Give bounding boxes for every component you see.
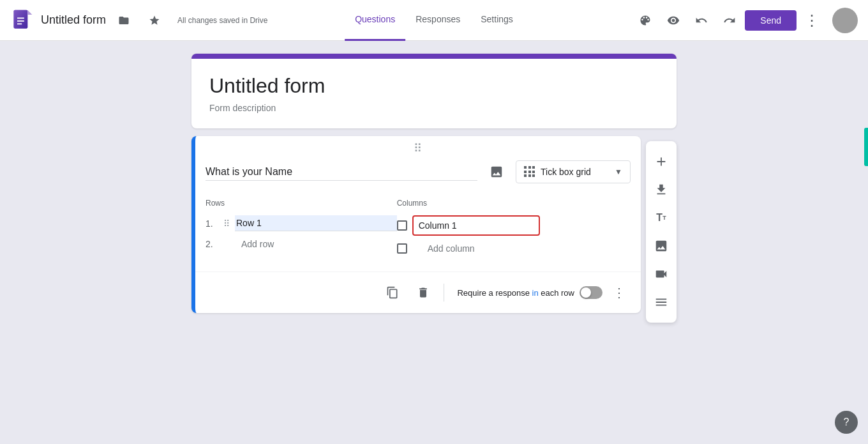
col-1-item bbox=[397, 215, 631, 236]
saved-status: All changes saved in Drive bbox=[177, 16, 267, 25]
import-questions-button[interactable] bbox=[648, 177, 674, 203]
row-2-number: 2. bbox=[206, 239, 218, 249]
question-type-label: Tick box grid bbox=[541, 167, 610, 177]
row-1-number: 1. bbox=[206, 218, 218, 229]
question-more-button[interactable]: ⋮ bbox=[608, 281, 631, 304]
question-card-wrapper: ⠿ Tick box grid ▼ bbox=[191, 136, 677, 323]
add-image-to-question-button[interactable] bbox=[485, 160, 508, 183]
svg-rect-3 bbox=[14, 10, 28, 28]
duplicate-button[interactable] bbox=[380, 280, 405, 305]
col-2-checkbox bbox=[397, 243, 407, 254]
undo-button[interactable] bbox=[689, 8, 714, 33]
question-card: ⠿ Tick box grid ▼ bbox=[191, 136, 641, 313]
redo-button[interactable] bbox=[717, 8, 742, 33]
topbar-left: Untitled form All changes saved in Drive bbox=[10, 8, 632, 33]
preview-button[interactable] bbox=[661, 8, 686, 33]
rows-cols-section: Rows 1. ⠿ 2. Add row Columns bbox=[195, 194, 641, 272]
question-footer: Require a response in each row ⋮ bbox=[195, 272, 641, 313]
question-top: Tick box grid ▼ bbox=[195, 158, 641, 194]
topbar-right: Send ⋮ bbox=[632, 8, 858, 33]
svg-marker-2 bbox=[27, 10, 32, 14]
tab-questions[interactable]: Questions bbox=[345, 0, 405, 41]
cols-label: Columns bbox=[397, 199, 631, 208]
question-input[interactable] bbox=[206, 164, 477, 181]
form-title: Untitled form bbox=[41, 13, 106, 27]
require-response-toggle[interactable] bbox=[580, 286, 602, 299]
col-1-input[interactable] bbox=[412, 215, 540, 236]
row-2-item: 2. Add row bbox=[206, 239, 397, 249]
topbar: Untitled form All changes saved in Drive… bbox=[0, 0, 868, 41]
add-image-button[interactable] bbox=[648, 233, 674, 259]
tab-responses[interactable]: Responses bbox=[405, 0, 470, 41]
drag-handle[interactable]: ⠿ bbox=[195, 136, 641, 158]
folder-button[interactable] bbox=[111, 8, 137, 33]
main-content: Untitled form Form description ⠿ bbox=[0, 41, 868, 444]
help-button[interactable]: ? bbox=[835, 411, 858, 434]
rows-section: Rows 1. ⠿ 2. Add row bbox=[206, 199, 397, 261]
row-1-input[interactable] bbox=[235, 215, 397, 231]
form-container: Untitled form Form description ⠿ bbox=[191, 54, 677, 323]
col-2-item: Add column bbox=[397, 243, 631, 254]
more-options-button[interactable]: ⋮ bbox=[799, 8, 825, 33]
require-response-label: Require a response in each row bbox=[457, 288, 574, 298]
dropdown-arrow-icon: ▼ bbox=[615, 167, 622, 176]
send-button[interactable]: Send bbox=[745, 10, 797, 31]
require-label-post: each row bbox=[539, 288, 574, 298]
palette-button[interactable] bbox=[632, 8, 658, 33]
require-label-in: in bbox=[532, 288, 539, 298]
row-drag-handle[interactable]: ⠿ bbox=[223, 218, 230, 229]
add-video-button[interactable] bbox=[648, 261, 674, 287]
form-title-display: Untitled form bbox=[209, 74, 659, 98]
cols-section: Columns Add column bbox=[397, 199, 631, 261]
tab-settings[interactable]: Settings bbox=[470, 0, 523, 41]
star-button[interactable] bbox=[142, 8, 167, 33]
add-title-button[interactable]: TT bbox=[648, 205, 674, 231]
app-icon bbox=[10, 8, 36, 33]
question-type-selector[interactable]: Tick box grid ▼ bbox=[516, 160, 631, 183]
green-accent-bar bbox=[864, 128, 868, 166]
add-column-text[interactable]: Add column bbox=[428, 243, 475, 254]
delete-button[interactable] bbox=[410, 280, 436, 305]
add-section-button[interactable] bbox=[648, 289, 674, 315]
add-question-button[interactable] bbox=[648, 149, 674, 174]
topbar-tabs: Questions Responses Settings bbox=[345, 0, 523, 41]
rows-label: Rows bbox=[206, 199, 397, 208]
avatar bbox=[832, 8, 858, 33]
col-1-checkbox bbox=[397, 220, 407, 231]
row-1-item: 1. ⠿ bbox=[206, 215, 397, 231]
grid-type-icon bbox=[524, 166, 535, 178]
footer-divider bbox=[444, 284, 444, 302]
add-row-text[interactable]: Add row bbox=[241, 239, 274, 249]
form-description: Form description bbox=[209, 103, 659, 113]
form-header-card: Untitled form Form description bbox=[191, 54, 677, 128]
require-label-pre: Require a response bbox=[457, 288, 532, 298]
side-panel: TT bbox=[646, 141, 677, 323]
